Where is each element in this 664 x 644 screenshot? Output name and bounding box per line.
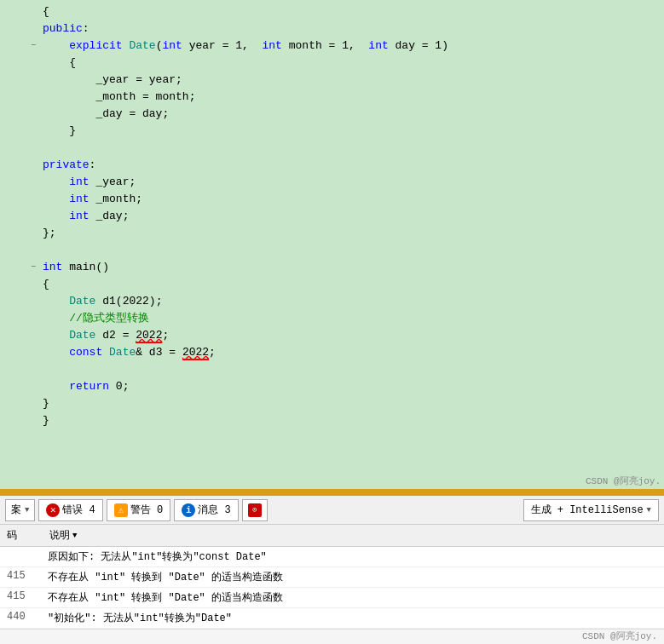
bottom-panel: 案 ▼ ✕ 错误 4 ⚠ 警告 0 i 消息 3 ⊙ 生成 + IntelliS…	[0, 496, 664, 644]
messages-list: 原因如下: 无法从"int"转换为"const Date" 415 不存在从 "…	[0, 547, 664, 629]
msg-description: 不存在从 "int" 转换到 "Date" 的适当构造函数	[48, 570, 657, 584]
code-line: _year = year;	[0, 72, 664, 89]
code-text: _month = month;	[39, 89, 195, 106]
code-line: {	[0, 55, 664, 72]
build-dropdown[interactable]: 生成 + IntelliSense ▼	[523, 499, 659, 521]
code-text: private:	[39, 157, 95, 174]
filter-icon-btn[interactable]: ⊙	[242, 499, 268, 521]
code-text: return 0;	[39, 378, 129, 395]
code-editor: { public: − explicit Date(int year = 1, …	[0, 0, 664, 489]
code-line: {	[0, 3, 664, 20]
filter-arrow-icon: ▼	[25, 506, 29, 515]
code-text: Date d1(2022);	[39, 293, 162, 310]
filter-dropdown[interactable]: 案 ▼	[5, 499, 35, 521]
msg-description: "初始化": 无法从"int"转换为"Date"	[48, 611, 657, 625]
code-line: _month = month;	[0, 89, 664, 106]
sort-icon: ▼	[72, 532, 77, 540]
code-text: _year = year;	[39, 72, 182, 89]
code-text: int _day;	[39, 208, 129, 225]
code-line: − int main()	[0, 259, 664, 276]
code-line: }	[0, 412, 664, 429]
code-line: int _month;	[0, 191, 664, 208]
collapse-btn[interactable]: −	[27, 37, 39, 55]
watermark-text: CSDN @阿亮joy.	[586, 474, 661, 487]
code-line: }	[0, 395, 664, 412]
warning-button[interactable]: ⚠ 警告 0	[107, 499, 170, 521]
info-icon: i	[182, 503, 195, 517]
msg-line: 415	[7, 570, 41, 582]
code-text: }	[39, 123, 76, 140]
code-text: int _month;	[39, 191, 142, 208]
code-line: − explicit Date(int year = 1, int month …	[0, 37, 664, 55]
code-line: Date d2 = 2022;	[0, 327, 664, 344]
code-line: _day = day;	[0, 106, 664, 123]
msg-line: 415	[7, 590, 41, 602]
code-text: {	[39, 55, 76, 72]
code-text: {	[39, 276, 49, 293]
watermark: CSDN @阿亮joy.	[582, 630, 657, 642]
build-arrow-icon: ▼	[647, 506, 651, 515]
message-row[interactable]: 415 不存在从 "int" 转换到 "Date" 的适当构造函数	[0, 588, 664, 608]
msg-description: 原因如下: 无法从"int"转换为"const Date"	[48, 549, 657, 564]
code-text: int main()	[39, 259, 109, 276]
message-row[interactable]: 440 "初始化": 无法从"int"转换为"Date"	[0, 608, 664, 629]
separator-bar	[0, 489, 664, 496]
error-label: 错误 4	[62, 503, 95, 517]
code-col-header: 码	[7, 528, 49, 543]
code-line: return 0;	[0, 378, 664, 395]
code-line: };	[0, 225, 664, 242]
code-line: }	[0, 123, 664, 140]
code-line	[0, 361, 664, 378]
desc-col-header: 说明 ▼	[49, 528, 77, 543]
code-line: int _day;	[0, 208, 664, 225]
messages-header: 码 说明 ▼	[0, 525, 664, 547]
filter-label: 案	[11, 503, 21, 517]
code-text: };	[39, 225, 56, 242]
code-text: public:	[39, 20, 89, 37]
message-row[interactable]: 415 不存在从 "int" 转换到 "Date" 的适当构造函数	[0, 567, 664, 588]
code-text: int _year;	[39, 174, 136, 191]
code-line: {	[0, 276, 664, 293]
info-label: 消息 3	[198, 503, 230, 517]
code-line: public:	[0, 20, 664, 37]
code-line: //隐式类型转换	[0, 310, 664, 327]
error-list-toolbar: 案 ▼ ✕ 错误 4 ⚠ 警告 0 i 消息 3 ⊙ 生成 + IntelliS…	[0, 496, 664, 525]
build-label: 生成 + IntelliSense	[531, 503, 644, 517]
code-text	[39, 361, 49, 378]
message-row[interactable]: 原因如下: 无法从"int"转换为"const Date"	[0, 547, 664, 567]
code-line: Date d1(2022);	[0, 293, 664, 310]
code-text: explicit Date(int year = 1, int month = …	[39, 37, 448, 55]
code-text: //隐式类型转换	[39, 310, 149, 327]
code-line	[0, 242, 664, 259]
code-line: int _year;	[0, 174, 664, 191]
warning-icon: ⚠	[114, 503, 128, 517]
code-text	[39, 140, 49, 157]
msg-line: 440	[7, 611, 41, 623]
code-text: {	[39, 3, 49, 20]
collapse-btn[interactable]: −	[27, 259, 39, 276]
code-line: const Date& d3 = 2022;	[0, 344, 664, 361]
error-icon: ✕	[46, 503, 60, 517]
warning-label: 警告 0	[130, 503, 163, 517]
status-bar: CSDN @阿亮joy.	[0, 629, 664, 644]
code-line	[0, 140, 664, 157]
code-text: _day = day;	[39, 106, 169, 123]
code-text: Date d2 = 2022;	[39, 327, 169, 344]
filter-icon: ⊙	[248, 503, 262, 517]
code-text: }	[39, 412, 49, 429]
code-text: const Date& d3 = 2022;	[39, 344, 216, 361]
info-button[interactable]: i 消息 3	[174, 499, 238, 521]
code-text: }	[39, 395, 49, 412]
msg-description: 不存在从 "int" 转换到 "Date" 的适当构造函数	[48, 590, 657, 605]
code-text	[39, 242, 49, 259]
code-line: private:	[0, 157, 664, 174]
error-button[interactable]: ✕ 错误 4	[38, 499, 102, 521]
